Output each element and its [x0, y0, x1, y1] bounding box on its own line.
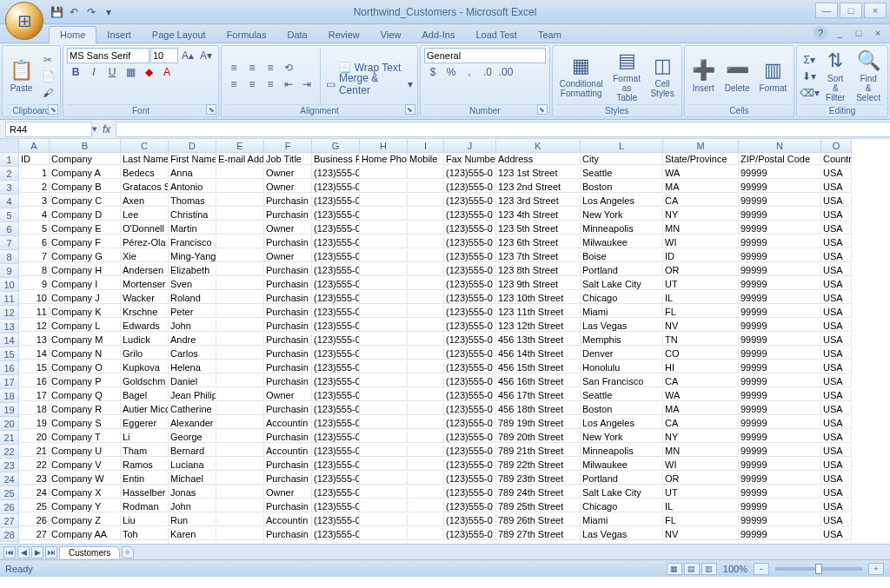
name-box[interactable]	[5, 122, 92, 137]
cell[interactable]	[408, 514, 444, 526]
cell[interactable]: (123)555-0	[444, 250, 496, 262]
cell[interactable]: Company T	[50, 431, 121, 443]
sheet-nav-first[interactable]: ⏮	[3, 546, 16, 558]
cell[interactable]: FL	[663, 514, 739, 526]
cell[interactable]: 99999	[739, 181, 821, 193]
column-header[interactable]: E	[216, 139, 264, 153]
cell[interactable]: 123 7th Street	[496, 250, 581, 262]
cell[interactable]: USA	[821, 347, 852, 360]
tab-home[interactable]: Home	[49, 26, 96, 43]
cell[interactable]: Bagel	[121, 389, 169, 401]
zoom-in-button[interactable]: +	[868, 563, 884, 575]
comma-button[interactable]: ,	[461, 64, 478, 80]
cell[interactable]: 789 22th Street	[496, 459, 581, 471]
cell[interactable]: 99999	[739, 445, 821, 457]
cell[interactable]: Company N	[50, 347, 121, 360]
cell[interactable]: 99999	[739, 306, 821, 318]
cell[interactable]: (123)555-0100	[312, 181, 360, 193]
cell[interactable]: Krschne	[121, 306, 169, 318]
cell[interactable]: Home Phone	[360, 153, 408, 165]
cell[interactable]: Toh	[121, 528, 169, 540]
undo-icon[interactable]: ↶	[66, 4, 82, 20]
cell[interactable]: (123)555-0	[444, 181, 496, 193]
cell[interactable]: MN	[663, 445, 739, 457]
cell[interactable]: Pérez-Ola	[121, 236, 169, 248]
cell[interactable]: (123)555-0100	[312, 514, 360, 526]
cell[interactable]: Company R	[50, 403, 121, 415]
cell[interactable]: George	[169, 431, 216, 443]
cell[interactable]	[216, 417, 264, 429]
column-header[interactable]: H	[360, 139, 408, 153]
cell[interactable]: 17	[19, 389, 50, 401]
cell[interactable]: John	[169, 320, 216, 332]
cell[interactable]: (123)555-0100	[312, 361, 360, 373]
cell[interactable]: (123)555-0	[444, 403, 496, 415]
cell[interactable]: Accountin	[264, 445, 312, 457]
cell[interactable]	[408, 167, 444, 179]
cell[interactable]	[360, 306, 408, 318]
cell[interactable]: Owner	[264, 167, 312, 179]
format-painter-button[interactable]: 🖌	[39, 85, 56, 101]
row-header[interactable]: 8	[0, 250, 19, 264]
cell[interactable]: State/Province	[663, 153, 739, 165]
conditional-formatting-button[interactable]: ▦Conditional Formatting	[556, 53, 607, 100]
cell[interactable]: Company G	[50, 250, 121, 262]
cell[interactable]	[408, 181, 444, 193]
tab-team[interactable]: Team	[528, 27, 572, 43]
cell[interactable]: 5	[19, 222, 50, 235]
cell[interactable]: Anna	[169, 167, 216, 179]
cell[interactable]: MN	[663, 222, 739, 235]
cell[interactable]: Purchasin	[264, 306, 312, 318]
cell[interactable]: Rodman	[121, 500, 169, 512]
currency-button[interactable]: $	[424, 64, 442, 80]
cell[interactable]: 99999	[739, 320, 821, 332]
cell[interactable]: (123)555-0100	[312, 459, 360, 471]
cell[interactable]: 15	[19, 361, 50, 373]
cell[interactable]: 789 20th Street	[496, 431, 581, 443]
row-header[interactable]: 29	[0, 542, 19, 544]
cell[interactable]: 99999	[739, 417, 821, 429]
cell[interactable]: 13	[19, 334, 50, 346]
maximize-button[interactable]: □	[840, 3, 862, 18]
office-button[interactable]: ⊞	[5, 2, 43, 40]
cell[interactable]: Memphis	[581, 542, 663, 544]
cell[interactable]: Christina	[169, 208, 216, 221]
sheet-nav-prev[interactable]: ◀	[17, 546, 30, 558]
cell[interactable]: (123)555-0100	[312, 542, 360, 544]
cell[interactable]: Raghav	[121, 542, 169, 544]
cell[interactable]	[216, 431, 264, 443]
zoom-out-button[interactable]: −	[754, 563, 769, 575]
cell[interactable]: Purchasin	[264, 528, 312, 540]
cell[interactable]: 123 12th Street	[496, 320, 581, 332]
cell[interactable]: USA	[821, 403, 852, 415]
cell[interactable]: 99999	[739, 459, 821, 471]
cell[interactable]	[216, 222, 264, 235]
cell[interactable]: (123)555-0100	[312, 195, 360, 207]
cell[interactable]: 99999	[739, 250, 821, 262]
cell[interactable]: Michael	[169, 472, 216, 485]
cell[interactable]: (123)555-0100	[312, 306, 360, 318]
cell[interactable]: OR	[663, 264, 739, 276]
column-header[interactable]: I	[408, 139, 444, 153]
cell[interactable]: (123)555-0	[444, 459, 496, 471]
row-header[interactable]: 3	[0, 181, 19, 195]
cell[interactable]	[360, 320, 408, 332]
tab-data[interactable]: Data	[276, 27, 317, 43]
cell[interactable]: (123)555-0	[444, 375, 496, 387]
cell[interactable]: TN	[663, 334, 739, 346]
cell[interactable]: MA	[663, 403, 739, 415]
cell[interactable]: Alexander	[169, 417, 216, 429]
cell[interactable]	[216, 375, 264, 387]
cell[interactable]: (123)555-0	[444, 264, 496, 276]
cell[interactable]	[216, 472, 264, 485]
font-launcher[interactable]: ⬊	[206, 104, 216, 115]
cell[interactable]: Company P	[50, 375, 121, 387]
cell[interactable]	[360, 459, 408, 471]
row-header[interactable]: 11	[0, 292, 19, 306]
cell[interactable]: Li	[121, 431, 169, 443]
sheet-nav-next[interactable]: ▶	[31, 546, 43, 558]
cell[interactable]: Owner	[264, 250, 312, 262]
cell[interactable]: 99999	[739, 195, 821, 207]
row-header[interactable]: 14	[0, 334, 19, 347]
row-header[interactable]: 26	[0, 500, 19, 514]
